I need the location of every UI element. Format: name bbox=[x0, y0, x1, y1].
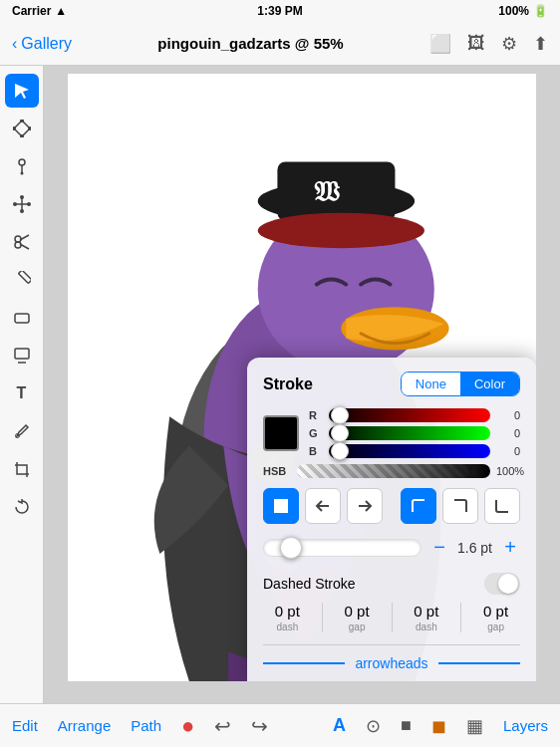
svg-rect-35 bbox=[274, 499, 288, 513]
dashed-dash2-value: 0 pt bbox=[414, 603, 438, 620]
bottom-toolbar: Edit Arrange Path ● ↩ ↪ A ⊙ ■ ◼ ▦ Layers bbox=[0, 703, 560, 747]
slider-g-value: 0 bbox=[496, 427, 520, 439]
dashed-gap1-value: 0 pt bbox=[345, 603, 370, 620]
frame-icon[interactable]: ⬜ bbox=[429, 33, 451, 55]
svg-point-16 bbox=[15, 242, 21, 248]
back-chevron-icon: ‹ bbox=[12, 35, 17, 53]
toggle-none-button[interactable]: None bbox=[402, 373, 460, 395]
slider-a-track[interactable] bbox=[297, 464, 490, 478]
path-tool[interactable]: Path bbox=[131, 717, 161, 734]
canvas-content: 𝔚 ⚡ ☯ bbox=[68, 74, 536, 681]
settings-icon[interactable]: ⚙ bbox=[501, 33, 517, 55]
pencil-tool[interactable] bbox=[5, 263, 39, 297]
stroke-plus-button[interactable]: + bbox=[500, 536, 520, 559]
stroke-minus-button[interactable]: − bbox=[429, 536, 449, 559]
dashed-toggle[interactable] bbox=[484, 573, 520, 595]
shape-tool[interactable] bbox=[5, 339, 39, 373]
arrowhead-left-line bbox=[263, 662, 345, 664]
dashed-field-gap1[interactable]: 0 pt gap bbox=[333, 603, 382, 632]
eraser-tool[interactable] bbox=[5, 301, 39, 335]
carrier-label: Carrier bbox=[12, 4, 51, 18]
stroke-width-row: − 1.6 pt + bbox=[263, 536, 520, 559]
share-icon[interactable]: ⬆ bbox=[533, 33, 548, 55]
stroke-header: Stroke None Color bbox=[263, 372, 520, 396]
slider-g-row: G 0 bbox=[309, 426, 520, 440]
status-time: 1:39 PM bbox=[257, 4, 302, 18]
layers-tool[interactable]: Layers bbox=[503, 717, 548, 734]
corner-tr-button[interactable] bbox=[442, 488, 478, 524]
redo-button[interactable]: ↪ bbox=[251, 714, 268, 738]
status-bar: Carrier ▲ 1:39 PM 100% 🔋 bbox=[0, 0, 560, 22]
shape-library[interactable]: ■ bbox=[401, 715, 412, 736]
pen-tool[interactable] bbox=[5, 149, 39, 183]
hsb-label: HSB bbox=[263, 465, 291, 477]
dashed-header: Dashed Stroke bbox=[263, 573, 520, 595]
edit-tool[interactable]: Edit bbox=[12, 717, 38, 734]
svg-point-8 bbox=[20, 172, 23, 175]
stroke-slider-thumb[interactable] bbox=[280, 537, 302, 559]
canvas-area[interactable]: 𝔚 ⚡ ☯ bbox=[44, 66, 560, 703]
arrowheads-label[interactable]: arrowheads bbox=[345, 655, 437, 671]
color-preview[interactable] bbox=[263, 415, 299, 451]
sliders-section: R 0 G 0 bbox=[309, 408, 520, 458]
status-left: Carrier ▲ bbox=[12, 4, 67, 18]
stroke-toggle[interactable]: None Color bbox=[401, 372, 520, 396]
hsb-row: HSB 100% bbox=[263, 464, 520, 478]
camera-tool[interactable]: ⊙ bbox=[366, 715, 381, 737]
slider-b-thumb[interactable] bbox=[331, 442, 349, 460]
battery-percent: 100% bbox=[498, 4, 529, 18]
text-style-button[interactable]: A bbox=[333, 715, 346, 736]
dashed-gap2-label: gap bbox=[487, 622, 504, 632]
slider-r-thumb[interactable] bbox=[331, 406, 349, 424]
image-icon[interactable]: 🖼 bbox=[467, 33, 485, 54]
arrow-right-button[interactable] bbox=[347, 488, 383, 524]
corner-bl-button[interactable] bbox=[484, 488, 520, 524]
color-fill-tool[interactable]: ◼ bbox=[431, 715, 446, 737]
dashed-toggle-thumb bbox=[498, 574, 518, 594]
slider-g-track[interactable] bbox=[329, 426, 490, 440]
scissors-tool[interactable] bbox=[5, 225, 39, 259]
arrowheads-row[interactable]: arrowheads bbox=[263, 645, 520, 681]
arrange-tool[interactable]: Arrange bbox=[58, 717, 111, 734]
svg-point-13 bbox=[13, 202, 17, 206]
undo-button[interactable]: ↩ bbox=[214, 714, 231, 738]
main-layout: T bbox=[0, 66, 560, 703]
color-wheel[interactable]: ● bbox=[181, 713, 194, 739]
select-tool[interactable] bbox=[5, 74, 39, 108]
svg-point-29 bbox=[258, 213, 424, 248]
slider-g-thumb[interactable] bbox=[331, 424, 349, 442]
dashed-field-dash2[interactable]: 0 pt dash bbox=[403, 603, 451, 632]
rotate-tool[interactable] bbox=[5, 490, 39, 524]
node-tool[interactable] bbox=[5, 112, 39, 145]
svg-rect-20 bbox=[15, 314, 29, 323]
crop-tool[interactable] bbox=[5, 452, 39, 486]
slider-b-label: B bbox=[309, 445, 323, 457]
slider-b-value: 0 bbox=[496, 445, 520, 457]
back-button[interactable]: ‹ Gallery bbox=[12, 35, 72, 53]
dashed-field-gap2[interactable]: 0 pt gap bbox=[471, 603, 520, 632]
svg-point-15 bbox=[15, 236, 21, 242]
svg-text:𝔚: 𝔚 bbox=[314, 176, 340, 207]
stroke-title: Stroke bbox=[263, 375, 313, 393]
slider-r-track[interactable] bbox=[329, 408, 490, 422]
svg-rect-21 bbox=[15, 349, 29, 359]
gradient-tool[interactable]: ▦ bbox=[466, 715, 483, 737]
svg-marker-0 bbox=[15, 84, 29, 99]
fill-square-button[interactable] bbox=[263, 488, 299, 524]
toggle-color-button[interactable]: Color bbox=[460, 373, 519, 395]
color-row: R 0 G 0 bbox=[263, 408, 520, 458]
transform-tool[interactable] bbox=[5, 187, 39, 221]
dashed-field-dash1[interactable]: 0 pt dash bbox=[263, 603, 312, 632]
slider-a-thumb[interactable] bbox=[470, 464, 488, 478]
eyedropper-tool[interactable] bbox=[5, 414, 39, 448]
slider-b-track[interactable] bbox=[329, 444, 490, 458]
slider-g-label: G bbox=[309, 427, 323, 439]
text-tool[interactable]: T bbox=[5, 376, 39, 410]
back-label: Gallery bbox=[21, 35, 72, 53]
stroke-width-slider[interactable] bbox=[263, 539, 421, 557]
dashed-dash2-label: dash bbox=[416, 622, 437, 632]
corner-tl-button[interactable] bbox=[401, 488, 436, 524]
stroke-panel: Stroke None Color R bbox=[247, 358, 536, 681]
svg-point-14 bbox=[27, 202, 31, 206]
arrow-left-button[interactable] bbox=[305, 488, 341, 524]
